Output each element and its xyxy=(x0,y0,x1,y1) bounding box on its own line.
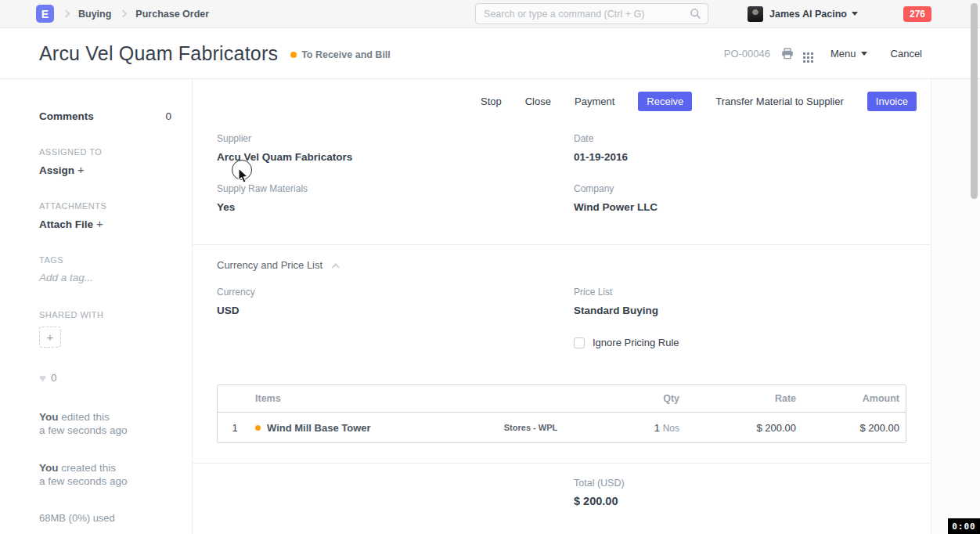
activity-time: a few seconds ago xyxy=(39,474,171,488)
search-input[interactable] xyxy=(484,9,690,20)
close-button[interactable]: Close xyxy=(525,96,551,107)
company-value[interactable]: Wind Power LLC xyxy=(574,201,906,213)
payment-button[interactable]: Payment xyxy=(575,96,614,107)
item-cell[interactable]: Wind Mill Base Tower xyxy=(252,422,476,434)
print-icon[interactable] xyxy=(781,48,794,60)
app-logo[interactable]: E xyxy=(36,5,54,23)
item-warehouse: Stores - WPL xyxy=(476,423,585,432)
rate-column-header: Rate xyxy=(679,393,796,404)
user-menu[interactable]: James Al Pacino xyxy=(769,9,858,20)
plus-icon: + xyxy=(96,217,103,230)
activity-action: created this xyxy=(61,462,116,474)
status-label: To Receive and Bill xyxy=(301,49,391,60)
form-row-4: Ignore Pricing Rule xyxy=(193,337,931,348)
page-title: Arcu Vel Quam Fabricators xyxy=(39,42,278,65)
activity-created: You created this a few seconds ago xyxy=(39,461,171,488)
comments-count: 0 xyxy=(165,110,171,122)
chevron-down-icon xyxy=(852,12,858,16)
activity-actor: You xyxy=(39,462,59,474)
date-label: Date xyxy=(574,133,906,144)
company-label: Company xyxy=(574,183,906,194)
attach-file-label: Attach File xyxy=(39,218,93,230)
total-label: Total (USD) xyxy=(574,478,906,489)
item-status-dot-icon xyxy=(255,425,261,431)
comments-link[interactable]: Comments 0 xyxy=(39,110,171,122)
item-amount: $ 200.00 xyxy=(796,422,906,434)
assigned-to-heading: ASSIGNED TO xyxy=(39,147,171,157)
supply-raw-materials-label: Supply Raw Materials xyxy=(217,183,574,194)
item-name[interactable]: Wind Mill Base Tower xyxy=(267,422,371,434)
activity-actor: You xyxy=(39,411,59,423)
attach-file-button[interactable]: Attach File+ xyxy=(39,217,171,230)
totals-divider xyxy=(193,463,931,464)
form-row-1: Supplier Arcu Vel Quam Fabricators Date … xyxy=(193,133,931,163)
plus-icon: + xyxy=(77,163,85,176)
items-table: Items Qty Rate Amount 1 Wind Mill Base T… xyxy=(217,384,906,443)
menu-label: Menu xyxy=(830,48,856,60)
price-list-field[interactable]: Price List Standard Buying xyxy=(574,287,906,316)
currency-section-toggle[interactable]: Currency and Price List xyxy=(193,259,931,271)
price-list-label: Price List xyxy=(574,287,906,298)
ignore-pricing-rule-label: Ignore Pricing Rule xyxy=(593,337,679,348)
cancel-button[interactable]: Cancel xyxy=(891,48,922,60)
menu-button[interactable]: Menu xyxy=(830,48,867,60)
currency-field[interactable]: Currency USD xyxy=(217,287,574,316)
item-qty: 1 Nos xyxy=(585,422,679,434)
notification-badge[interactable]: 276 xyxy=(903,6,931,22)
share-add-button[interactable]: + xyxy=(39,327,61,348)
qty-column-header: Qty xyxy=(585,393,679,404)
items-column-header: Items xyxy=(252,393,476,404)
likes-count: 0 xyxy=(51,372,57,384)
chevron-up-icon xyxy=(332,263,340,271)
total-value: $ 200.00 xyxy=(574,495,906,507)
row-index: 1 xyxy=(218,422,252,434)
breadcrumb-buying[interactable]: Buying xyxy=(78,9,111,20)
plus-icon: + xyxy=(47,330,54,344)
search-icon xyxy=(690,8,701,20)
price-list-value[interactable]: Standard Buying xyxy=(574,305,906,316)
totals-section: Total (USD) $ 200.00 xyxy=(193,478,931,507)
tags-heading: TAGS xyxy=(39,255,171,265)
recording-timer: 0:00 xyxy=(948,518,980,534)
page-header: Arcu Vel Quam Fabricators To Receive and… xyxy=(0,28,980,79)
transfer-material-button[interactable]: Transfer Material to Supplier xyxy=(715,96,844,107)
chevron-down-icon xyxy=(861,52,867,56)
section-divider xyxy=(193,244,931,245)
global-search[interactable] xyxy=(475,3,708,24)
item-qty-value: 1 xyxy=(654,422,660,434)
vertical-scrollbar[interactable] xyxy=(971,3,978,199)
stop-button[interactable]: Stop xyxy=(481,96,502,107)
item-row[interactable]: 1 Wind Mill Base Tower Stores - WPL 1 No… xyxy=(218,412,906,442)
supplier-value[interactable]: Arcu Vel Quam Fabricators xyxy=(217,151,574,163)
status-dot-icon xyxy=(290,52,297,58)
tag-input[interactable]: Add a tag... xyxy=(39,272,171,283)
ignore-pricing-rule-field[interactable]: Ignore Pricing Rule xyxy=(574,337,906,348)
company-field[interactable]: Company Wind Power LLC xyxy=(574,183,906,213)
activity-time: a few seconds ago xyxy=(39,424,171,437)
breadcrumb-purchase-order[interactable]: Purchase Order xyxy=(135,9,209,20)
mouse-cursor-icon xyxy=(238,168,250,184)
date-field[interactable]: Date 01-19-2016 xyxy=(574,133,906,163)
date-value[interactable]: 01-19-2016 xyxy=(574,151,906,163)
currency-value[interactable]: USD xyxy=(217,305,574,316)
supply-raw-materials-field[interactable]: Supply Raw Materials Yes xyxy=(217,183,574,213)
supplier-field[interactable]: Supplier Arcu Vel Quam Fabricators xyxy=(217,133,574,163)
supply-raw-materials-value[interactable]: Yes xyxy=(217,201,574,213)
form-body: Stop Close Payment Receive Transfer Mate… xyxy=(193,79,931,534)
invoice-button[interactable]: Invoice xyxy=(867,92,917,111)
heart-icon[interactable]: ♥ xyxy=(39,371,46,384)
attachments-heading: ATTACHMENTS xyxy=(39,201,171,211)
activity-edited: You edited this a few seconds ago xyxy=(39,410,171,437)
assign-button[interactable]: Assign+ xyxy=(39,163,171,176)
user-avatar[interactable] xyxy=(748,6,763,22)
amount-column-header: Amount xyxy=(796,393,906,404)
currency-label: Currency xyxy=(217,287,574,298)
chevron-right-icon xyxy=(63,10,70,18)
item-rate: $ 200.00 xyxy=(679,422,796,434)
item-qty-unit: Nos xyxy=(663,423,679,434)
items-table-header: Items Qty Rate Amount xyxy=(218,385,906,412)
grid-view-icon[interactable] xyxy=(803,49,813,59)
status-indicator: To Receive and Bill xyxy=(290,49,391,60)
ignore-pricing-rule-checkbox[interactable] xyxy=(574,337,585,348)
receive-button[interactable]: Receive xyxy=(638,92,692,111)
